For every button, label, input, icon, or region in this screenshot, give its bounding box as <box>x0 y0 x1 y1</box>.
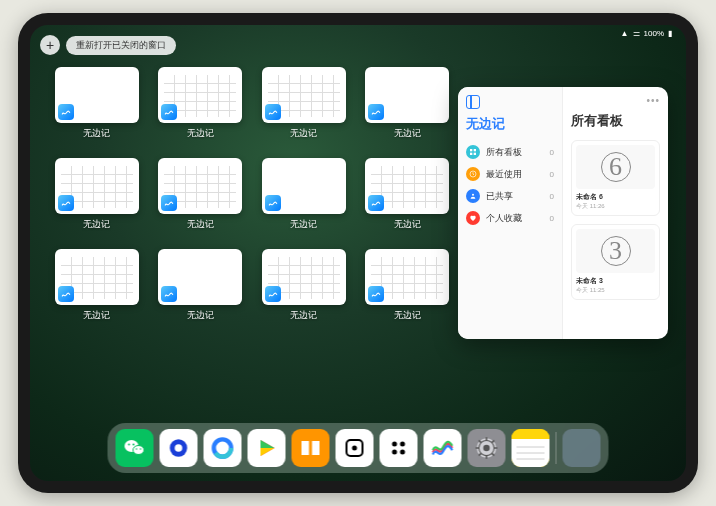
window-label: 无边记 <box>290 218 317 231</box>
sidebar-item-grid[interactable]: 所有看板0 <box>466 141 554 163</box>
board-name: 未命名 3 <box>576 276 655 286</box>
window-tile[interactable]: 无边记 <box>259 249 349 322</box>
window-tile[interactable]: 无边记 <box>156 158 246 231</box>
window-label: 无边记 <box>290 309 317 322</box>
screen: ▲ ⚌ 100% ▮ + 重新打开已关闭的窗口 无边记无边记无边记无边记无边记无… <box>30 25 686 481</box>
dock-app-settings[interactable] <box>468 429 506 467</box>
freeform-app-icon <box>58 286 74 302</box>
top-controls: + 重新打开已关闭的窗口 <box>40 35 176 55</box>
window-label: 无边记 <box>187 309 214 322</box>
window-tile[interactable]: 无边记 <box>363 249 453 322</box>
board-meta: 今天 11:25 <box>576 286 655 295</box>
sidebar-item-count: 0 <box>550 214 554 223</box>
sidebar-panel: 无边记 所有看板0最近使用0已共享0个人收藏0 <box>458 87 563 339</box>
window-label: 无边记 <box>187 218 214 231</box>
window-thumbnail <box>55 249 139 305</box>
dock-app-freeform[interactable] <box>424 429 462 467</box>
sketch-glyph: 6 <box>601 152 631 182</box>
boards-title: 所有看板 <box>571 112 660 130</box>
sidebar-item-label: 个人收藏 <box>486 212 544 225</box>
dock-app-play[interactable] <box>248 429 286 467</box>
stage-window[interactable]: 无边记 所有看板0最近使用0已共享0个人收藏0 ••• 所有看板 6未命名 6今… <box>458 87 668 339</box>
freeform-app-icon <box>368 286 384 302</box>
reopen-window-button[interactable]: 重新打开已关闭的窗口 <box>66 36 176 55</box>
dock-app-wechat[interactable] <box>116 429 154 467</box>
svg-rect-33 <box>512 429 550 439</box>
sidebar-item-label: 所有看板 <box>486 146 544 159</box>
sidebar-item-clock[interactable]: 最近使用0 <box>466 163 554 185</box>
dock <box>108 423 609 473</box>
window-tile[interactable]: 无边记 <box>52 158 142 231</box>
window-tile[interactable]: 无边记 <box>259 67 349 140</box>
wifi-icon: ⚌ <box>633 29 640 38</box>
window-tile[interactable]: 无边记 <box>52 67 142 140</box>
dock-app-browser2[interactable] <box>204 429 242 467</box>
battery-label: 100% <box>644 29 664 38</box>
app-title: 无边记 <box>466 115 554 133</box>
window-label: 无边记 <box>394 218 421 231</box>
window-label: 无边记 <box>83 309 110 322</box>
window-tile[interactable]: 无边记 <box>363 67 453 140</box>
svg-point-21 <box>400 450 405 455</box>
freeform-app-icon <box>368 195 384 211</box>
boards-panel: ••• 所有看板 6未命名 6今天 11:263未命名 3今天 11:25 <box>563 87 668 339</box>
reopen-label: 重新打开已关闭的窗口 <box>76 40 166 50</box>
svg-rect-3 <box>474 153 476 155</box>
window-tile[interactable]: 无边记 <box>52 249 142 322</box>
window-thumbnail <box>262 158 346 214</box>
window-thumbnail <box>55 158 139 214</box>
window-thumbnail <box>365 249 449 305</box>
more-icon[interactable]: ••• <box>646 95 660 106</box>
svg-rect-0 <box>470 149 472 151</box>
freeform-app-icon <box>161 195 177 211</box>
window-thumbnail <box>158 67 242 123</box>
dock-app-dots[interactable] <box>380 429 418 467</box>
sidebar-item-label: 最近使用 <box>486 168 544 181</box>
svg-point-5 <box>472 194 474 196</box>
freeform-app-icon <box>265 195 281 211</box>
window-tile[interactable]: 无边记 <box>363 158 453 231</box>
sketch-glyph: 3 <box>601 236 631 266</box>
board-thumbnail: 3 <box>576 229 655 273</box>
svg-point-24 <box>483 445 490 452</box>
window-tile[interactable]: 无边记 <box>156 249 246 322</box>
board-name: 未命名 6 <box>576 192 655 202</box>
window-thumbnail <box>262 249 346 305</box>
board-card[interactable]: 3未命名 3今天 11:25 <box>571 224 660 300</box>
window-tile[interactable]: 无边记 <box>259 158 349 231</box>
sidebar-item-heart[interactable]: 个人收藏0 <box>466 207 554 229</box>
freeform-app-icon <box>161 104 177 120</box>
heart-icon <box>466 211 480 225</box>
freeform-app-icon <box>265 104 281 120</box>
board-card[interactable]: 6未命名 6今天 11:26 <box>571 140 660 216</box>
svg-point-7 <box>133 446 144 455</box>
share-icon <box>466 189 480 203</box>
add-button[interactable]: + <box>40 35 60 55</box>
window-thumbnail <box>158 158 242 214</box>
window-label: 无边记 <box>83 127 110 140</box>
board-thumbnail: 6 <box>576 145 655 189</box>
window-thumbnail <box>158 249 242 305</box>
dock-app-notes[interactable] <box>512 429 550 467</box>
dock-app-dice[interactable] <box>336 429 374 467</box>
status-bar: ▲ ⚌ 100% ▮ <box>621 29 672 38</box>
svg-point-20 <box>392 450 397 455</box>
window-label: 无边记 <box>290 127 317 140</box>
window-thumbnail <box>55 67 139 123</box>
svg-point-11 <box>140 448 142 450</box>
dock-app-browser1[interactable] <box>160 429 198 467</box>
window-tile[interactable]: 无边记 <box>156 67 246 140</box>
dock-folder[interactable] <box>563 429 601 467</box>
window-label: 无边记 <box>394 309 421 322</box>
sidebar-item-share[interactable]: 已共享0 <box>466 185 554 207</box>
freeform-app-icon <box>265 286 281 302</box>
svg-point-10 <box>136 448 138 450</box>
svg-point-13 <box>175 444 183 452</box>
board-meta: 今天 11:26 <box>576 202 655 211</box>
freeform-app-icon <box>58 104 74 120</box>
svg-point-17 <box>352 446 357 451</box>
dock-app-books[interactable] <box>292 429 330 467</box>
window-thumbnail <box>365 67 449 123</box>
window-label: 无边记 <box>394 127 421 140</box>
sidebar-toggle-icon[interactable] <box>466 95 480 109</box>
